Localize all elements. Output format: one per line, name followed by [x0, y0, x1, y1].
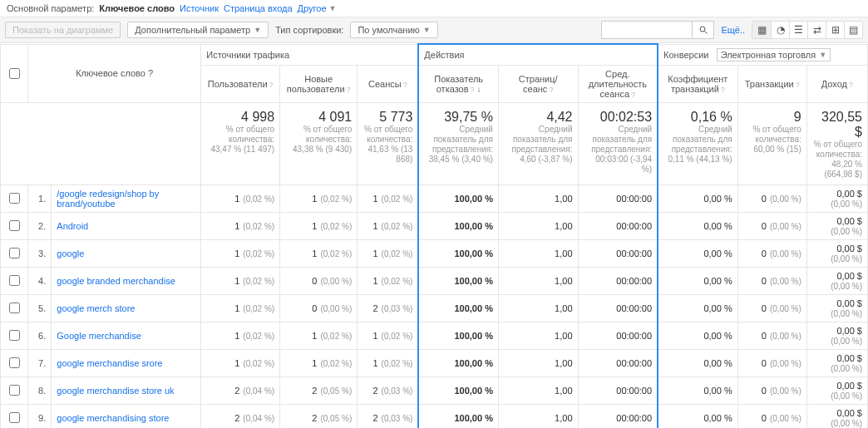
- keyword-header-label: Ключевое слово: [76, 68, 145, 78]
- search-button[interactable]: [693, 21, 714, 39]
- help-icon[interactable]: ?: [549, 86, 553, 94]
- group-conversions: Конверсии Электронная торговля ▼: [658, 44, 867, 65]
- cell-users: 1(0,02 %): [201, 184, 280, 212]
- col-sessions[interactable]: Сеансы?: [358, 65, 419, 102]
- keyword-cell: google: [52, 239, 201, 267]
- cell-new-users: 1(0,02 %): [280, 184, 358, 212]
- view-cloud-icon[interactable]: ▤: [844, 22, 862, 38]
- keyword-link[interactable]: google merchandise srore: [57, 358, 162, 368]
- cell-new-users: 2(0,05 %): [280, 404, 358, 428]
- keyword-link[interactable]: google merchandising store: [57, 413, 169, 423]
- conversion-segment-select[interactable]: Электронная торговля ▼: [717, 48, 831, 61]
- view-table-icon[interactable]: ▦: [752, 22, 771, 38]
- view-comparison-icon[interactable]: ⇄: [807, 22, 826, 38]
- col-new-users[interactable]: Новые пользователи?: [280, 65, 358, 102]
- row-checkbox[interactable]: [9, 193, 20, 204]
- keyword-link[interactable]: /google redesign/shop by brand/youtube: [57, 189, 159, 209]
- sort-desc-icon: ↓: [477, 85, 481, 94]
- row-checkbox[interactable]: [9, 275, 20, 286]
- help-icon[interactable]: ?: [269, 81, 274, 89]
- help-icon[interactable]: ?: [403, 81, 407, 89]
- sum-pages: 4,42Средний показатель для представления…: [498, 102, 578, 184]
- cell-trans-rate: 0,00 %: [658, 294, 737, 322]
- row-checkbox[interactable]: [9, 220, 20, 231]
- cell-sessions: 1(0,02 %): [358, 267, 419, 294]
- keyword-link[interactable]: google merch store: [57, 303, 135, 313]
- row-checkbox-cell: [1, 267, 28, 294]
- cell-pages: 1,00: [498, 212, 578, 239]
- help-icon[interactable]: ?: [148, 68, 153, 78]
- keyword-link[interactable]: Android: [57, 221, 88, 231]
- table-row: 9.google merchandising store2(0,04 %)2(0…: [1, 404, 868, 428]
- col-pages[interactable]: Страниц/сеанс?: [498, 65, 578, 102]
- cell-bounce: 100,00 %: [418, 349, 498, 376]
- keyword-header[interactable]: Ключевое слово ?: [28, 44, 201, 102]
- col-bounce[interactable]: Показатель отказов?↓: [418, 65, 498, 102]
- cell-trans: 0(0,00 %): [737, 376, 806, 404]
- cell-revenue: 0,00 $(0,00 %): [806, 404, 867, 428]
- secondary-dimension-select[interactable]: Дополнительный параметр ▼: [127, 22, 269, 38]
- cell-trans: 0(0,00 %): [737, 294, 806, 322]
- row-checkbox[interactable]: [9, 330, 20, 341]
- advanced-link[interactable]: Ещё..: [721, 25, 745, 35]
- row-checkbox[interactable]: [9, 248, 20, 258]
- view-pie-icon[interactable]: ◔: [771, 22, 789, 38]
- row-checkbox-cell: [1, 404, 28, 428]
- plot-rows-button[interactable]: Показать на диаграмме: [5, 22, 121, 38]
- keyword-cell: Android: [52, 212, 201, 239]
- cell-revenue: 0,00 $(0,00 %): [806, 294, 867, 322]
- row-checkbox[interactable]: [9, 385, 20, 396]
- row-checkbox[interactable]: [9, 303, 20, 313]
- sum-revenue: 320,55 $% от общего количества:48,20 % (…: [806, 102, 867, 184]
- cell-revenue: 0,00 $(0,00 %): [806, 322, 867, 349]
- cell-pages: 1,00: [498, 294, 578, 322]
- col-avg-duration[interactable]: Сред. длительность сеанса?: [578, 65, 658, 102]
- keyword-link[interactable]: google merchandise store uk: [57, 386, 174, 396]
- select-all-checkbox[interactable]: [9, 68, 20, 79]
- chevron-down-icon[interactable]: ▼: [329, 4, 337, 12]
- sum-trans-rate: 0,16 %Средний показатель для представлен…: [658, 102, 737, 184]
- cell-pages: 1,00: [498, 404, 578, 428]
- help-icon[interactable]: ?: [849, 81, 853, 89]
- dim-link-landing[interactable]: Страница входа: [224, 3, 293, 13]
- cell-new-users: 1(0,02 %): [280, 212, 358, 239]
- cell-pages: 1,00: [498, 267, 578, 294]
- summary-row: 4 998% от общего количества:43,47 % (11 …: [1, 102, 868, 184]
- report-table: Ключевое слово ? Источники трафика Дейст…: [0, 43, 868, 428]
- view-pivot-icon[interactable]: ⊞: [826, 22, 844, 38]
- view-bars-icon[interactable]: ☰: [789, 22, 807, 38]
- cell-sessions: 1(0,02 %): [358, 212, 419, 239]
- cell-avg-dur: 00:00:00: [578, 294, 658, 322]
- help-icon[interactable]: ?: [721, 86, 725, 94]
- col-trans-rate[interactable]: Коэффициент транзакций?: [658, 65, 737, 102]
- keyword-link[interactable]: google branded merchandise: [57, 276, 175, 286]
- help-icon[interactable]: ?: [347, 86, 351, 94]
- cell-trans-rate: 0,00 %: [658, 404, 737, 428]
- col-trans[interactable]: Транзакции?: [737, 65, 806, 102]
- keyword-link[interactable]: google: [57, 248, 84, 258]
- dim-link-other[interactable]: Другое: [298, 3, 327, 13]
- help-icon[interactable]: ?: [471, 86, 475, 94]
- cell-trans: 0(0,00 %): [737, 322, 806, 349]
- row-checkbox-cell: [1, 239, 28, 267]
- row-checkbox[interactable]: [9, 412, 20, 423]
- search-icon: [698, 25, 708, 35]
- cell-users: 2(0,04 %): [201, 404, 280, 428]
- sum-sessions: 5 773% от общего количества:41,63 % (13 …: [358, 102, 419, 184]
- row-checkbox-cell: [1, 322, 28, 349]
- row-checkbox[interactable]: [9, 357, 20, 368]
- dim-link-source[interactable]: Источник: [180, 3, 219, 13]
- cell-trans-rate: 0,00 %: [658, 349, 737, 376]
- sort-type-select[interactable]: По умолчанию ▼: [350, 22, 437, 38]
- help-icon[interactable]: ?: [796, 81, 800, 89]
- col-revenue[interactable]: Доход?: [806, 65, 867, 102]
- table-search: [601, 21, 714, 39]
- cell-avg-dur: 00:00:00: [578, 239, 658, 267]
- col-users[interactable]: Пользователи?: [201, 65, 280, 102]
- cell-trans: 0(0,00 %): [737, 212, 806, 239]
- primary-dimension[interactable]: Ключевое слово: [99, 3, 175, 13]
- help-icon[interactable]: ?: [631, 91, 635, 99]
- row-index: 5.: [28, 294, 52, 322]
- keyword-link[interactable]: Google merchandise: [57, 331, 141, 341]
- search-input[interactable]: [601, 21, 693, 39]
